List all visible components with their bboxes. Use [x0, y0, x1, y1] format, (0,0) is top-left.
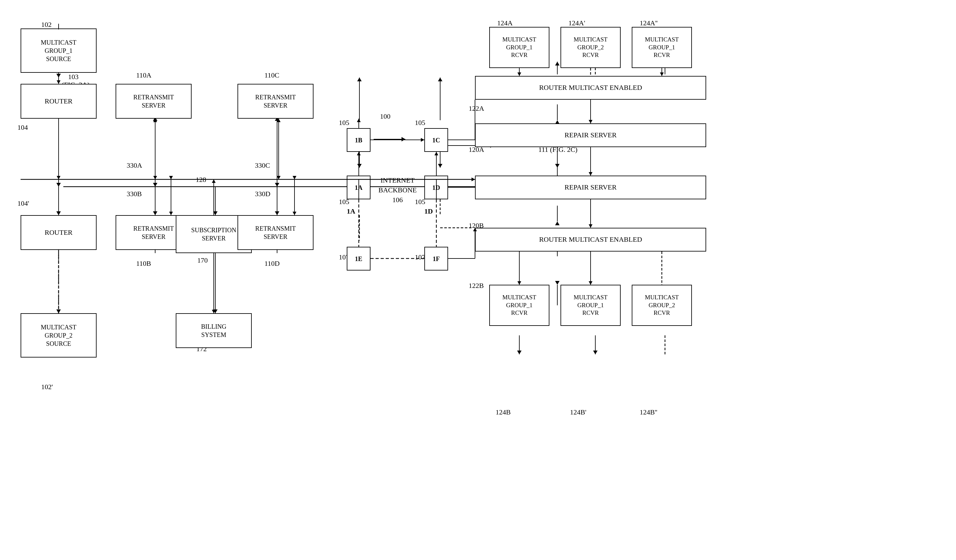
router-1f: 1F [425, 247, 448, 270]
svg-marker-106 [434, 152, 438, 155]
svg-marker-60 [517, 351, 522, 355]
label-330D: 330D [255, 190, 270, 198]
svg-marker-123 [589, 224, 593, 228]
label-105-top-left: 105 [339, 119, 349, 127]
label-330C: 330C [255, 162, 270, 169]
svg-marker-27 [357, 164, 362, 168]
label-170: 170 [197, 256, 208, 265]
svg-marker-79 [57, 310, 60, 313]
label-124B-prime: 124B' [570, 408, 586, 416]
repair-server-top: REPAIR SERVER [475, 123, 706, 147]
multicast-group2-rcvr-124b-dprime: MULTICASTGROUP_2RCVR [632, 285, 692, 326]
svg-marker-127 [589, 281, 593, 285]
label-102: 102 [41, 20, 52, 29]
router-1a: 1A [347, 176, 371, 199]
router-1d: 1D [425, 176, 448, 199]
label-128: 128 [196, 176, 206, 184]
svg-marker-84 [169, 212, 173, 215]
multicast-group1-rcvr-124b: MULTICASTGROUP_1RCVR [489, 285, 549, 326]
router-1e: 1E [347, 247, 371, 270]
svg-marker-3 [57, 74, 61, 77]
svg-marker-101 [421, 138, 425, 142]
svg-marker-30 [357, 77, 362, 81]
svg-marker-75 [57, 176, 60, 179]
svg-marker-82 [153, 176, 157, 179]
svg-marker-99 [357, 119, 361, 122]
label-107-right: 107 [415, 253, 425, 261]
svg-marker-25 [213, 309, 217, 313]
label-102prime: 102' [41, 383, 53, 391]
svg-marker-62 [593, 351, 598, 355]
svg-marker-95 [292, 176, 296, 179]
label-1D: 1D [425, 207, 433, 215]
label-104prime: 104' [17, 199, 29, 207]
label-110B: 110B [136, 259, 151, 268]
label-124A-dprime: 124A'' [640, 19, 658, 27]
svg-marker-40 [438, 77, 442, 81]
svg-marker-65 [555, 221, 560, 225]
label-122A: 122A [469, 104, 484, 113]
label-104: 104 [17, 123, 28, 132]
repair-server-mid: REPAIR SERVER [475, 176, 706, 199]
router-top-left: ROUTER [20, 84, 97, 119]
svg-marker-7 [57, 211, 61, 215]
label-124A: 124A [497, 19, 513, 27]
label-124B-dprime: 124B'' [640, 408, 657, 416]
svg-marker-97 [472, 177, 475, 181]
svg-marker-12 [153, 183, 157, 187]
label-1A: 1A [347, 207, 355, 215]
svg-marker-91 [277, 119, 281, 122]
router-1c: 1C [425, 128, 448, 152]
svg-marker-92 [277, 176, 281, 179]
svg-marker-73 [57, 80, 60, 84]
svg-marker-32 [401, 137, 405, 141]
svg-marker-42 [555, 164, 560, 168]
label-110D: 110D [264, 259, 280, 268]
svg-marker-20 [275, 211, 279, 215]
svg-marker-14 [153, 211, 157, 215]
router-multicast-enabled-top: ROUTER MULTICAST ENABLED [475, 76, 706, 100]
multicast-group1-source: MULTICASTGROUP_1SOURCE [20, 28, 97, 73]
svg-marker-114 [517, 72, 521, 76]
retransmit-server-d: RETRANSMITSERVER [237, 215, 313, 250]
svg-marker-94 [292, 212, 296, 215]
svg-marker-121 [589, 172, 593, 176]
svg-marker-5 [57, 183, 61, 187]
network-diagram: 102 103 (FIG. 2A) 104 104' 110A 110B 330… [0, 0, 956, 560]
label-110C: 110C [264, 71, 279, 79]
label-330B: 330B [127, 190, 142, 198]
multicast-group1-rcvr-124a-dprime: MULTICASTGROUP_1RCVR [632, 27, 692, 68]
label-105-mid-right: 105 [415, 198, 425, 206]
svg-marker-85 [169, 176, 173, 179]
label-103: 103 [68, 73, 79, 81]
svg-marker-23 [213, 211, 217, 215]
svg-marker-18 [275, 183, 279, 187]
svg-marker-46 [555, 62, 560, 66]
label-internet-backbone: INTERNETBACKBONE106 [378, 176, 417, 205]
label-100: 100 [380, 112, 390, 121]
label-124A-prime: 124A' [568, 19, 585, 27]
multicast-group2-rcvr-124a-prime: MULTICASTGROUP_2RCVR [560, 27, 621, 68]
label-330A: 330A [127, 162, 142, 169]
svg-marker-35 [438, 164, 442, 168]
router-bottom-left: ROUTER [20, 215, 97, 250]
svg-marker-103 [357, 152, 361, 155]
label-110A: 110A [136, 71, 151, 79]
label-105-top-right: 105 [415, 119, 425, 127]
retransmit-server-a: RETRANSMITSERVER [116, 84, 192, 119]
multicast-group2-source: MULTICASTGROUP_2SOURCE [20, 313, 97, 358]
svg-marker-89 [212, 310, 215, 313]
svg-marker-125 [517, 281, 521, 285]
billing-system: BILLINGSYSTEM [176, 313, 252, 348]
svg-marker-117 [660, 72, 664, 76]
svg-marker-87 [212, 179, 215, 183]
svg-marker-119 [589, 120, 593, 123]
svg-marker-9 [57, 309, 61, 313]
label-122B: 122B [469, 282, 484, 290]
multicast-group1-rcvr-124a: MULTICASTGROUP_1RCVR [489, 27, 549, 68]
label-124B: 124B [495, 408, 511, 416]
router-1b: 1B [347, 128, 371, 152]
retransmit-server-c: RETRANSMITSERVER [237, 84, 313, 119]
svg-marker-56 [555, 281, 560, 285]
router-multicast-enabled-bottom: ROUTER MULTICAST ENABLED [475, 228, 706, 251]
